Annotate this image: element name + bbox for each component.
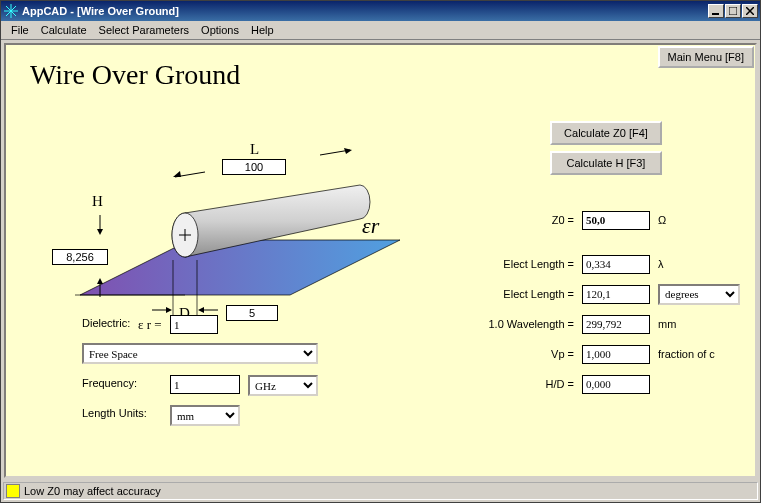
menu-select-parameters[interactable]: Select Parameters xyxy=(93,22,195,38)
label-wavelength: 1.0 Wavelength = xyxy=(466,318,582,330)
unit-vp: fraction of c xyxy=(650,348,715,360)
window-controls xyxy=(708,4,758,18)
value-vp[interactable] xyxy=(582,345,650,364)
status-text: Low Z0 may affect accuracy xyxy=(24,485,161,497)
menubar: File Calculate Select Parameters Options… xyxy=(1,21,760,40)
row-wavelength: 1.0 Wavelength = mm xyxy=(466,313,746,335)
input-L[interactable] xyxy=(222,159,286,175)
input-H[interactable] xyxy=(52,249,108,265)
value-z0[interactable] xyxy=(582,211,650,230)
label-elect-length-1: Elect Length = xyxy=(466,258,582,270)
page-title: Wire Over Ground xyxy=(30,59,240,91)
main-menu-button[interactable]: Main Menu [F8] xyxy=(658,46,754,68)
label-H: H xyxy=(92,193,103,210)
close-button[interactable] xyxy=(742,4,758,18)
label-z0: Z0 = xyxy=(466,214,582,226)
diagram-svg xyxy=(30,105,410,325)
input-D[interactable] xyxy=(226,305,278,321)
select-dielectric[interactable]: Free Space xyxy=(82,343,318,364)
label-dielectric: Dielectric: xyxy=(82,317,130,329)
app-icon xyxy=(3,3,19,19)
label-L: L xyxy=(250,141,259,158)
svg-rect-4 xyxy=(712,13,719,15)
window-title: AppCAD - [Wire Over Ground] xyxy=(22,5,708,17)
svg-rect-5 xyxy=(729,7,737,15)
row-vp: Vp = fraction of c xyxy=(466,343,746,365)
titlebar: AppCAD - [Wire Over Ground] xyxy=(1,1,760,21)
content-area: Main Menu [F8] Wire Over Ground xyxy=(4,43,757,478)
value-elect-length-1[interactable] xyxy=(582,255,650,274)
calculate-z0-button[interactable]: Calculate Z0 [F4] xyxy=(550,121,662,145)
row-elect-length-lambda: Elect Length = λ xyxy=(466,253,746,275)
input-er[interactable] xyxy=(170,315,218,334)
select-elect-length-unit[interactable]: degrees xyxy=(658,284,740,305)
statusbar: Low Z0 may affect accuracy xyxy=(3,482,758,500)
unit-elect-length-1: λ xyxy=(650,258,664,270)
input-frequency[interactable] xyxy=(170,375,240,394)
maximize-button[interactable] xyxy=(725,4,741,18)
select-frequency-unit[interactable]: GHz xyxy=(248,375,318,396)
unit-z0: Ω xyxy=(650,214,666,226)
label-vp: Vp = xyxy=(466,348,582,360)
label-er-eq: ε r = xyxy=(138,317,162,333)
row-elect-length-deg: Elect Length = degrees xyxy=(466,283,746,305)
label-frequency: Frequency: xyxy=(82,377,137,389)
label-length-units: Length Units: xyxy=(82,407,147,419)
value-hd[interactable] xyxy=(582,375,650,394)
minimize-button[interactable] xyxy=(708,4,724,18)
calculate-h-button[interactable]: Calculate H [F3] xyxy=(550,151,662,175)
menu-help[interactable]: Help xyxy=(245,22,280,38)
app-window: AppCAD - [Wire Over Ground] File Calcula… xyxy=(0,0,761,503)
row-z0: Z0 = Ω xyxy=(466,209,746,231)
menu-calculate[interactable]: Calculate xyxy=(35,22,93,38)
unit-wavelength: mm xyxy=(650,318,676,330)
label-hd: H/D = xyxy=(466,378,582,390)
menu-options[interactable]: Options xyxy=(195,22,245,38)
row-hd: H/D = xyxy=(466,373,746,395)
label-elect-length-2: Elect Length = xyxy=(466,288,582,300)
value-wavelength[interactable] xyxy=(582,315,650,334)
right-column: Calculate Z0 [F4] Calculate H [F3] Z0 = … xyxy=(466,121,746,403)
select-length-unit[interactable]: mm xyxy=(170,405,240,426)
label-epsilon-r: εr xyxy=(362,213,379,239)
menu-file[interactable]: File xyxy=(5,22,35,38)
status-swatch xyxy=(6,484,20,498)
wire-over-ground-diagram: L H D εr xyxy=(30,105,410,325)
value-elect-length-2[interactable] xyxy=(582,285,650,304)
